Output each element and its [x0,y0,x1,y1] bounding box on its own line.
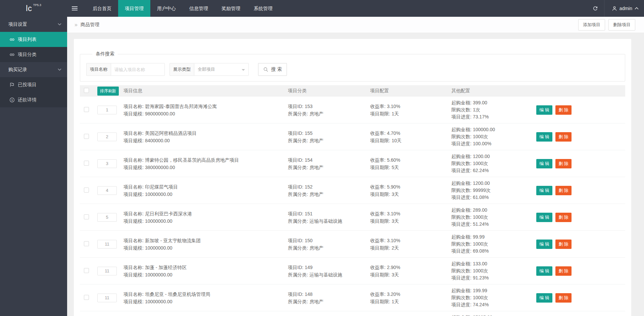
search-button[interactable]: 搜 索 [258,63,287,76]
project-category-value: 房地产 [309,165,324,170]
main-nav: 后台首页 项目管理 用户中心 信息管理 奖励管理 系统管理 [86,0,279,17]
nav-item-system-management[interactable]: 系统管理 [247,0,279,17]
top-navbar: lcTP5.3 后台首页 项目管理 用户中心 信息管理 奖励管理 系统管理 ad… [0,0,644,17]
progress-value: 73.17% [473,114,489,119]
nav-item-reward-management[interactable]: 奖励管理 [215,0,247,17]
project-category-label: 所属分类: [288,111,308,116]
sort-order-input[interactable]: 2 [97,133,117,141]
progress-value: 69.08% [473,248,489,254]
edit-button[interactable]: 编 辑 [536,213,552,222]
delete-button[interactable]: 删 除 [555,186,572,195]
edit-button[interactable]: 编 辑 [536,105,552,115]
edit-button[interactable]: 编 辑 [536,293,552,303]
rate-value: 3.10% [387,238,400,243]
project-name-value: 加蓬 - 加蓬经济特区 [145,265,187,270]
select-all-checkbox[interactable] [84,88,89,93]
min-amount-value: 99.99 [473,234,485,240]
edit-button[interactable]: 编 辑 [536,159,552,168]
project-name-input[interactable] [111,63,165,76]
duration-label: 项目期限: [370,299,390,304]
sidebar-group-project-settings[interactable]: 项目设置 [0,17,67,32]
project-id-label: 项目ID: [288,211,303,216]
header-other-config: 其他配置 [448,88,530,94]
sidebar-item-project-category[interactable]: 项目分类 [0,47,67,62]
sidebar-group-purchase-records[interactable]: 购买记录 [0,62,67,77]
edit-button[interactable]: 编 辑 [536,240,552,249]
nav-item-user-center[interactable]: 用户中心 [150,0,183,17]
row-checkbox[interactable] [84,134,89,139]
add-project-button[interactable]: 添加项目 [578,19,605,31]
min-amount-value: 1200.00 [473,154,490,159]
edit-button[interactable]: 编 辑 [536,186,552,195]
duration-label: 项目期限: [370,192,390,197]
row-actions: 编 辑 删 除 [530,213,625,222]
project-scale-label: 项目规模: [123,299,144,304]
rate-label: 收益率: [370,184,386,190]
row-checkbox[interactable] [84,241,89,246]
user-menu[interactable]: admin [604,6,644,11]
row-checkbox[interactable] [84,214,89,219]
sort-order-input[interactable]: 1 [97,106,117,114]
progress-label: 项目进度: [451,168,472,173]
sort-order-input[interactable]: 5 [97,213,117,222]
row-checkbox[interactable] [84,188,89,193]
progress-label: 项目进度: [451,221,472,227]
sort-order-input[interactable]: 3 [97,159,117,168]
row-checkbox[interactable] [84,268,89,273]
project-scale-label: 项目规模: [123,218,144,224]
nav-item-project-management[interactable]: 项目管理 [118,0,150,17]
project-category-cell: 项目ID:155 所属分类:房地产 [285,129,367,144]
delete-button[interactable]: 删 除 [555,240,572,249]
delete-button[interactable]: 删 除 [555,293,572,303]
purchase-limit-value: 1次 [473,107,480,112]
delete-button[interactable]: 删 除 [555,159,572,168]
project-scale-value: 8400000.00 [145,138,170,143]
sidebar-item-repayment-details[interactable]: $ 还款详情 [0,92,67,107]
delete-button[interactable]: 删 除 [555,213,572,222]
project-category-cell: 项目ID:148 所属分类:房地产 [285,291,367,305]
delete-button[interactable]: 删 除 [555,105,572,115]
project-category-value: 房地产 [309,138,324,143]
duration-value: 10天 [392,138,402,143]
project-id-value: 149 [305,265,312,270]
other-config-cell: 起购金额:35995.00 限购次数: 项目进度: [448,314,530,316]
project-config-cell: 收益率:4.70% 项目期限:10天 [367,129,448,144]
rate-value: 4.70% [387,130,400,136]
hamburger-menu-icon[interactable] [67,0,82,17]
project-id-value: 148 [305,292,312,297]
sort-order-input[interactable]: 11 [97,294,117,302]
project-name-label: 项目名称: [123,265,144,270]
duration-value: 3天 [392,192,399,197]
nav-item-info-management[interactable]: 信息管理 [183,0,215,17]
refresh-button[interactable] [587,0,604,17]
rate-value: 3.10% [387,211,400,216]
sort-order-input[interactable]: 11 [97,267,117,275]
sort-order-input[interactable]: 4 [97,186,117,195]
user-icon [612,6,617,11]
row-checkbox[interactable] [84,161,89,166]
delete-button[interactable]: 删 除 [555,132,572,142]
delete-project-button[interactable]: 删除项目 [608,19,635,31]
row-actions: 编 辑 删 除 [530,240,625,249]
row-checkbox[interactable] [84,107,89,112]
content-card: 条件搜索 项目名称 展示类型 全部项目 [74,39,631,316]
rate-label: 收益率: [370,265,386,270]
display-type-select[interactable]: 全部项目 [194,63,249,76]
table-row: 1 项目名称:碧海家园-泰国普吉岛邦涛海滩公寓 项目规模:980000000.0… [80,97,625,123]
edit-button[interactable]: 编 辑 [536,132,552,142]
row-checkbox[interactable] [84,295,89,300]
sort-order-input[interactable]: 11 [97,240,117,249]
nav-item-home[interactable]: 后台首页 [86,0,118,17]
sidebar-item-project-list[interactable]: 项目列表 [0,32,67,47]
project-category-cell: 项目ID:149 所属分类:运输与基础设施 [285,264,367,278]
chevron-down-icon [58,23,61,25]
sort-refresh-button[interactable]: 排序刷新 [97,87,119,96]
sidebar-item-invested-projects[interactable]: 已投项目 [0,77,67,92]
delete-button[interactable]: 删 除 [555,266,572,276]
project-category-label: 所属分类: [288,272,308,277]
sidebar-item-label: 项目列表 [18,37,37,43]
project-category-label: 所属分类: [288,165,308,170]
project-id-label: 项目ID: [288,130,303,136]
edit-button[interactable]: 编 辑 [536,266,552,276]
project-config-cell: 收益率:3.20% 项目期限:1天 [367,291,448,305]
